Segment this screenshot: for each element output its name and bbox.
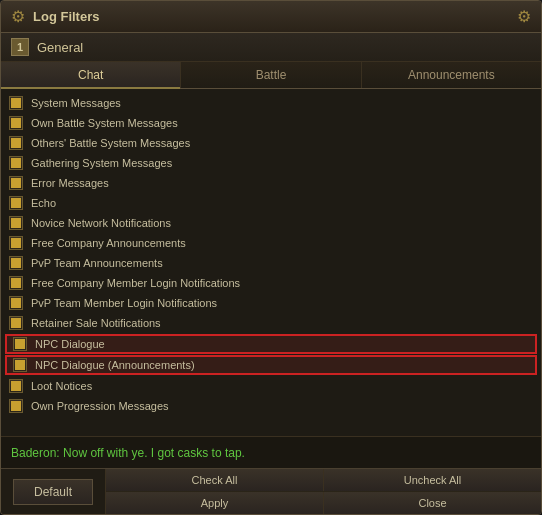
list-item-checkbox[interactable] [9,379,23,393]
list-item-label: Loot Notices [31,380,92,392]
status-area: Baderon: Now off with ye. I got casks to… [1,436,541,468]
check-all-button[interactable]: Check All [106,469,324,491]
list-item-label: PvP Team Announcements [31,257,163,269]
list-item-checkbox[interactable] [9,216,23,230]
item-list: System MessagesOwn Battle System Message… [1,89,541,436]
list-item: NPC Dialogue (Announcements) [5,355,537,375]
footer-left: Default [1,469,106,514]
filter-icon: ⚙ [11,7,25,26]
tab-chat[interactable]: Chat [1,62,181,88]
list-item: PvP Team Member Login Notifications [1,293,541,313]
list-item-label: Free Company Member Login Notifications [31,277,240,289]
settings-icon[interactable]: ⚙ [517,7,531,26]
list-item: Retainer Sale Notifications [1,313,541,333]
list-item-label: NPC Dialogue (Announcements) [35,359,195,371]
log-filters-window: ⚙ Log Filters ⚙ 1 General Chat Battle An… [0,0,542,515]
footer-top-row: Check All Uncheck All [106,469,541,492]
list-item: NPC Dialogue [5,334,537,354]
title-bar: ⚙ Log Filters ⚙ [1,1,541,33]
section-number: 1 [11,38,29,56]
list-item-checkbox[interactable] [9,196,23,210]
list-item-label: Error Messages [31,177,109,189]
list-item: Gathering System Messages [1,153,541,173]
list-item: Novice Network Notifications [1,213,541,233]
tab-battle[interactable]: Battle [181,62,361,88]
footer-buttons: Default Check All Uncheck All Apply Clos… [1,468,541,514]
default-button[interactable]: Default [13,479,93,505]
list-item-checkbox[interactable] [9,116,23,130]
list-item-checkbox[interactable] [9,256,23,270]
list-item: Free Company Member Login Notifications [1,273,541,293]
uncheck-all-button[interactable]: Uncheck All [324,469,541,491]
title-bar-left: ⚙ Log Filters [11,7,99,26]
window-title: Log Filters [33,9,99,24]
footer-bottom-row: Apply Close [106,492,541,514]
list-item-label: Others' Battle System Messages [31,137,190,149]
list-item-checkbox[interactable] [9,136,23,150]
tab-bar: Chat Battle Announcements [1,62,541,89]
close-button[interactable]: Close [324,492,541,514]
apply-button[interactable]: Apply [106,492,324,514]
list-item: Own Progression Messages [1,396,541,416]
list-item-label: Novice Network Notifications [31,217,171,229]
list-item-label: NPC Dialogue [35,338,105,350]
footer-right: Check All Uncheck All Apply Close [106,469,541,514]
section-title: General [37,40,83,55]
list-item-checkbox[interactable] [9,96,23,110]
list-item-label: Own Battle System Messages [31,117,178,129]
list-item-checkbox[interactable] [9,276,23,290]
list-item-label: Own Progression Messages [31,400,169,412]
list-item-checkbox[interactable] [9,316,23,330]
list-item-checkbox[interactable] [9,296,23,310]
list-item-label: Retainer Sale Notifications [31,317,161,329]
list-item-label: Gathering System Messages [31,157,172,169]
list-item-label: Echo [31,197,56,209]
list-item: Own Battle System Messages [1,113,541,133]
section-header: 1 General [1,33,541,62]
list-item-label: System Messages [31,97,121,109]
list-item-checkbox[interactable] [9,156,23,170]
list-item-checkbox[interactable] [9,399,23,413]
status-message: Baderon: Now off with ye. I got casks to… [11,446,245,460]
list-item-checkbox[interactable] [9,176,23,190]
list-item-checkbox[interactable] [13,337,27,351]
content-area: System MessagesOwn Battle System Message… [1,89,541,468]
list-item: Loot Notices [1,376,541,396]
list-item-checkbox[interactable] [9,236,23,250]
list-item: System Messages [1,93,541,113]
list-item: Free Company Announcements [1,233,541,253]
list-item: Error Messages [1,173,541,193]
list-item: PvP Team Announcements [1,253,541,273]
list-item: Echo [1,193,541,213]
list-item: Others' Battle System Messages [1,133,541,153]
list-item-checkbox[interactable] [13,358,27,372]
list-item-label: PvP Team Member Login Notifications [31,297,217,309]
tab-announcements[interactable]: Announcements [362,62,541,88]
list-item-label: Free Company Announcements [31,237,186,249]
